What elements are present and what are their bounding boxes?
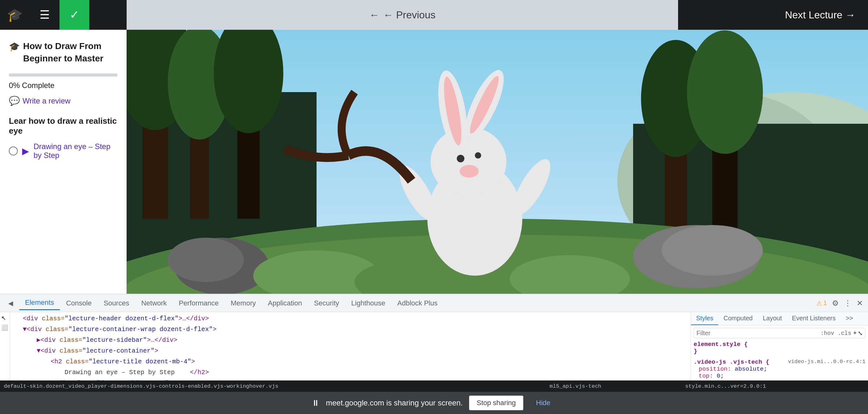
styles-filter-input[interactable] [696,329,819,337]
mortarboard-button[interactable]: 🎓 [0,0,30,30]
styles-rule-element: element.style { } [693,341,865,355]
next-label: Next Lecture → [785,9,855,21]
add-style-icon[interactable]: + [853,330,857,337]
status-bar: default-skin.dozent_video_player-dimensi… [0,380,868,392]
warning-badge: ⚠ 1 [816,299,827,307]
dom-line: ▶<div class="lecture-sidebar">…</div> [10,335,691,346]
tab-network[interactable]: Network [135,296,173,310]
video-scene [127,30,868,294]
progress-bar [9,73,118,76]
styles-tab-computed[interactable]: Computed [718,312,757,325]
svg-point-14 [687,30,763,154]
next-lecture-button[interactable]: Next Lecture → [785,9,855,21]
main-area: 🎓 How to Draw From Beginner to Master 0%… [0,30,868,294]
sidebar: 🎓 How to Draw From Beginner to Master 0%… [0,30,127,294]
check-icon: ✓ [70,8,79,22]
devtools-tabs: ◀ Elements Console Sources Network Perfo… [0,294,868,312]
dom-line: <div class="lecture-header dozent-d-flex… [10,313,691,324]
styles-tab-styles[interactable]: Styles [691,312,718,325]
pause-icon: ⏸ [311,398,320,408]
tab-console[interactable]: Console [60,296,97,310]
tab-elements[interactable]: Elements [19,296,60,310]
dom-line: ▼<div class="lecture-container"> [10,346,691,356]
overflow-icon[interactable]: ⋮ [844,299,851,308]
tab-application[interactable]: Application [262,296,308,310]
devtools-panel: ◀ Elements Console Sources Network Perfo… [0,294,868,414]
previous-button[interactable]: ← ← Previous [369,9,435,21]
filter-pseudo: :hov .cls [820,330,851,337]
status-bar-text: default-skin.dozent_video_player-dimensi… [4,383,766,389]
devtools-left-arrow[interactable]: ◀ [3,297,19,310]
devtools-icons: ⚠ 1 ⚙ ⋮ ✕ [816,299,865,308]
tab-lighthouse[interactable]: Lighthouse [345,296,391,310]
tab-adblock[interactable]: Adblock Plus [392,296,443,310]
svg-point-32 [460,165,478,178]
styles-tab-layout[interactable]: Layout [758,312,787,325]
video-area [127,30,868,294]
notification-text: meet.google.com is sharing your screen. [326,399,463,407]
svg-point-30 [457,155,464,162]
settings-icon[interactable]: ⚙ [832,299,839,308]
section-title: Lear how to draw a realistic eye [9,116,118,136]
tab-sources[interactable]: Sources [98,296,135,310]
svg-point-31 [475,152,481,159]
tab-memory[interactable]: Memory [225,296,261,310]
comment-icon: 💬 [9,96,20,106]
expand-style-icon[interactable]: ⤡ [858,330,863,337]
dom-line: ▼<div class="lecture-container-wrap doze… [10,324,691,335]
nav-center[interactable]: ← ← Previous [127,0,678,30]
nav-left: 🎓 ☰ ✓ [0,0,127,30]
styles-filter: :hov .cls + ⤡ [693,328,865,338]
video-placeholder [127,30,868,294]
tab-performance[interactable]: Performance [173,296,224,310]
play-icon: ▶ [22,146,29,156]
dom-cursor-icon[interactable]: ↖ [1,315,8,322]
nav-right: Next Lecture → [678,0,868,30]
course-title: 🎓 How to Draw From Beginner to Master [9,40,118,65]
dom-line: <h2 class="lecture-title dozent-mb-4"> [10,356,691,367]
course-icon: 🎓 [9,40,20,53]
styles-tab-event-listeners[interactable]: Event Listeners [787,312,841,325]
styles-tab-overflow[interactable]: >> [841,312,858,325]
hide-button[interactable]: Hide [530,396,557,410]
styles-source[interactable]: video-js.mi...0.0-rc.4:1 [788,359,865,364]
lesson-radio[interactable] [9,147,18,155]
styles-panel-tabs: Styles Computed Layout Event Listeners >… [691,312,868,325]
top-nav: 🎓 ☰ ✓ ← ← Previous Next Lecture → [0,0,868,30]
mortarboard-icon: 🎓 [7,8,23,23]
close-devtools-icon[interactable]: ✕ [857,299,863,308]
write-review-link[interactable]: 💬 Write a review [9,96,118,106]
svg-point-18 [168,238,244,282]
dom-device-icon[interactable]: ⬜ [1,324,8,331]
dom-line: Drawing an eye – Step by Step </h2> [10,367,691,378]
list-button[interactable]: ☰ [30,0,60,30]
progress-text: 0% Complete [9,81,118,90]
svg-point-20 [661,225,763,276]
stop-sharing-button[interactable]: Stop sharing [469,396,524,410]
lesson-item[interactable]: ▶ Drawing an eye – Step by Step [9,142,118,160]
tab-security[interactable]: Security [308,296,345,310]
previous-label: ← Previous [383,9,435,21]
notification-bar: ⏸ meet.google.com is sharing your screen… [0,392,868,414]
check-button[interactable]: ✓ [60,0,89,30]
list-icon: ☰ [39,8,50,22]
left-arrow-icon: ← [369,9,379,21]
